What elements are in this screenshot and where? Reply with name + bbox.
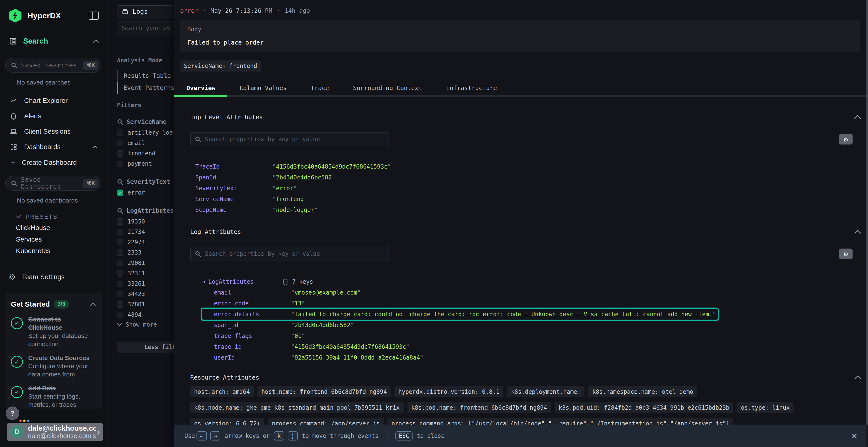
preset-item[interactable]: ClickHouse [16,222,106,234]
attribute-row[interactable]: userId 92a55156-39a4-11f0-8ddd-a2eca416a… [214,352,868,363]
filter-option[interactable]: 32311 [117,268,174,278]
attribute-row[interactable]: error.details failed to charge card: cou… [202,309,718,319]
get-started-step[interactable]: ✓ Create Data Sources Configure where yo… [11,354,96,378]
checkbox[interactable] [117,190,123,196]
sidebar-item-team-settings[interactable]: ⚙ Team Settings [0,269,106,285]
filter-option[interactable]: 4894 [117,310,174,319]
resource-attribute-tag[interactable]: k8s.pod.name: frontend-6b6c8d7bfd-ng894 [407,402,551,413]
analysis-mode-option[interactable]: Event Patterns [117,82,174,94]
checkbox[interactable] [117,312,123,318]
checkbox[interactable] [117,301,123,308]
resource-attribute-tag[interactable]: k8s.node.name: gke-pme-k8s-standard-main… [190,402,404,413]
resource-attribute-tag[interactable]: k8s.pod.uid: f284fb2d-a0b3-4634-991b-e2c… [555,402,733,413]
filter-group-header[interactable]: LogAttributes [117,207,174,214]
checkbox[interactable] [117,229,123,235]
attribute-row[interactable]: span_id 2b43d0c4dd6bc582 [214,319,868,331]
checkbox[interactable] [117,291,123,297]
sidebar-item-client-sessions[interactable]: Client Sessions [0,124,106,139]
attribute-row[interactable]: ServiceName frontend [195,194,868,204]
chevron-up-icon[interactable] [854,115,861,119]
properties-search-input[interactable]: Search properties by key or value [190,247,389,261]
help-button[interactable]: ? [6,407,19,420]
filter-option[interactable]: 34423 [117,289,174,299]
checkbox[interactable] [117,239,123,245]
attribute-row[interactable]: TraceId 4156d3fbc40a64854d9dc7f68641593c [195,161,868,172]
saved-searches-input[interactable]: Saved Searches ⌘K [5,58,101,72]
resource-attribute-tag[interactable]: k8s.namespace.name: otel-demo [588,386,697,398]
chevron-up-icon[interactable] [854,375,861,380]
detail-tab[interactable]: Trace [299,81,341,95]
resource-attribute-tag[interactable]: host.arch: amd64 [190,386,254,398]
chevron-up-icon[interactable] [90,302,96,306]
detail-tab[interactable]: Overview [174,81,227,95]
attribute-row[interactable]: SeverityText error [195,183,868,194]
detail-tab[interactable]: Infrastructure [434,81,509,95]
filter-option[interactable]: 37801 [117,299,174,309]
presets-toggle[interactable]: PRESETS [16,213,106,220]
analysis-mode-option[interactable]: Results Table [117,70,174,82]
attribute-row[interactable]: SpanId 2b43d0c4dd6bc582 [195,172,868,183]
filter-option[interactable]: 22974 [117,237,174,247]
checkbox[interactable] [117,130,123,136]
attribute-row[interactable]: ScopeName node-logger [195,204,868,215]
detail-tab[interactable]: Column Values [227,81,299,95]
sidebar-item-search[interactable]: Search [0,35,106,51]
sidebar-item-alerts[interactable]: Alerts [0,108,106,124]
vertical-scrollbar[interactable] [866,0,868,447]
resource-attribute-tag[interactable]: hyperdx.distro.version: 0.8.1 [395,386,503,398]
filter-option[interactable]: payment [117,159,174,169]
sidebar-item-dashboards[interactable]: Dashboards [0,139,106,154]
chevron-up-icon[interactable] [93,39,99,43]
scrollbar-thumb[interactable] [866,0,868,424]
checkbox[interactable] [117,140,123,146]
source-selector-button[interactable]: Logs [117,5,174,18]
attribute-row[interactable]: email vmoses@example.com [214,287,868,298]
checkbox[interactable] [117,260,123,266]
sidebar-collapse-icon[interactable] [89,11,99,20]
tree-root-row[interactable]: ▾ LogAttributes {} 7 keys [203,276,868,287]
saved-dashboards-input[interactable]: Saved Dashboards ⌘K [5,176,101,191]
checkbox[interactable] [117,150,123,157]
checkbox[interactable] [117,249,123,256]
less-filters-button[interactable]: Less filters [117,342,174,353]
filter-option[interactable]: 2333 [117,248,174,257]
get-started-step[interactable]: ✓ Connect to ClickHouse Set up your data… [11,315,96,348]
user-account-chip[interactable]: D dale@clickhouse.com dale@clickhouse.co… [7,423,103,441]
filter-option[interactable]: artillery-loa [117,128,174,138]
sidebar-item-chart-explorer[interactable]: Chart Explorer [0,93,106,108]
preset-item[interactable]: Services [16,234,106,245]
filter-option[interactable]: 29081 [117,258,174,268]
attribute-row[interactable]: trace_flags 01 [214,331,868,341]
filter-option[interactable]: email [117,138,174,148]
filter-group-header[interactable]: SeverityText [117,178,174,185]
chevron-up-icon[interactable] [92,145,98,148]
resource-attribute-tag[interactable]: os.type: linux [737,402,794,413]
create-dashboard-button[interactable]: + Create Dashboard [0,155,106,170]
resource-attribute-tag[interactable]: k8s.deployment.name: [507,386,585,398]
filter-option[interactable]: 19350 [117,216,174,227]
checkbox[interactable] [117,161,123,167]
service-name-tag[interactable]: ServiceName: frontend [180,61,261,72]
section-settings-button[interactable]: ⚙ [839,248,852,259]
filter-option[interactable]: 33261 [117,279,174,288]
preset-item[interactable]: Kubernetes [16,245,106,257]
chevron-up-icon[interactable] [854,230,861,234]
filter-option[interactable]: 21734 [117,227,174,237]
properties-search-input[interactable]: Search properties by key or value [190,132,389,146]
close-icon[interactable]: × [851,431,858,441]
checkbox[interactable] [117,218,123,225]
section-settings-button[interactable]: ⚙ [839,134,852,144]
checkbox[interactable] [117,270,123,276]
get-started-step[interactable]: ✓ Add Data Start sending logs, metrics, … [11,384,96,409]
attribute-row[interactable]: error.code 13 [214,298,868,309]
show-more-toggle[interactable]: Show more [117,319,174,330]
caret-down-icon[interactable]: ▾ [203,279,208,285]
attribute-row[interactable]: trace_id 4156d3fbc40a64854d9dc7f68641593… [214,341,868,352]
filter-group-header[interactable]: ServiceName [117,118,174,125]
events-search-input[interactable]: Search your ev [117,21,174,35]
filter-option[interactable]: error [117,187,174,198]
detail-tab[interactable]: Surrounding Context [341,81,434,95]
resource-attribute-tag[interactable]: host.name: frontend-6b6c8d7bfd-ng894 [257,386,391,398]
filter-option[interactable]: frontend [117,148,174,158]
checkbox[interactable] [117,281,123,287]
